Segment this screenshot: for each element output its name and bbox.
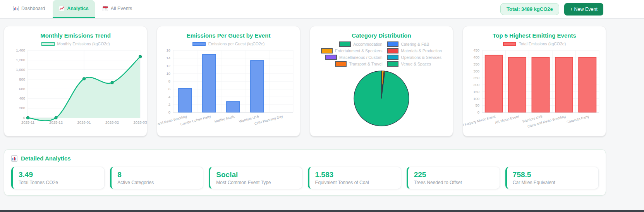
svg-text:300: 300: [473, 69, 479, 73]
tab-label: Analytics: [67, 6, 89, 11]
category-distribution-pie-chart[interactable]: [315, 69, 448, 128]
pie-legend: AccommodationCatering & F&BEntertainment…: [315, 41, 448, 67]
bar-chart-legend[interactable]: Total Emissions (kgCO2e): [468, 41, 601, 46]
legend-swatch-icon: [321, 48, 333, 53]
legend-label: Total Emissions (kgCO2e): [519, 41, 566, 46]
tab-dashboard[interactable]: Dashboard: [7, 0, 51, 18]
svg-text:0: 0: [168, 110, 170, 114]
pie-legend-item[interactable]: Transport & Travel: [335, 61, 382, 67]
svg-text:2026-03: 2026-03: [134, 120, 147, 124]
card-category-distribution: Category Distribution AccommodationCater…: [310, 26, 453, 136]
svg-text:350: 350: [473, 62, 479, 66]
line-chart-legend[interactable]: Monthly Emissions (kgCO2e): [9, 41, 142, 46]
pie-legend-item[interactable]: Catering & F&B: [387, 41, 442, 47]
stat-card: 1.583Equivalent Tonnes of Coal: [308, 167, 401, 189]
stat-card: 3.49Total Tonnes CO2e: [11, 167, 105, 189]
svg-text:600: 600: [19, 87, 25, 91]
pie-legend-label: Entertainment & Speakers: [335, 48, 383, 53]
stat-card: 8Active Categories: [110, 167, 203, 189]
legend-swatch-icon: [387, 55, 398, 60]
legend-swatch-icon: [192, 42, 206, 46]
pie-legend-item[interactable]: Entertainment & Speakers: [321, 48, 383, 53]
pie-legend-label: Transport & Travel: [349, 62, 382, 66]
svg-text:6: 6: [168, 87, 170, 91]
svg-text:2026-01: 2026-01: [77, 120, 91, 124]
pie-legend-item[interactable]: Accommodation: [339, 41, 382, 47]
monthly-emissions-line-chart[interactable]: 02004006008001,0001,2001,4002025-112025-…: [9, 47, 142, 128]
nav-tabs: Dashboard Analytics: [7, 0, 138, 18]
svg-text:400: 400: [473, 55, 479, 59]
calendar-icon: [103, 6, 108, 11]
pie-legend-item[interactable]: Operations & Services: [387, 55, 442, 60]
stat-label: Car Miles Equivalent: [513, 180, 592, 185]
chart-title: Emissions Per Guest by Event: [162, 32, 295, 39]
legend-label: Monthly Emissions (kgCO2e): [57, 41, 110, 46]
svg-text:4: 4: [168, 95, 170, 99]
pie-legend-item[interactable]: Venue & Spaces: [387, 61, 442, 67]
svg-text:200: 200: [473, 83, 479, 87]
stat-card: SocialMost Common Event Type: [209, 167, 302, 189]
svg-text:1,000: 1,000: [16, 67, 25, 72]
stat-value: 8: [117, 170, 197, 179]
svg-text:400: 400: [19, 96, 25, 100]
bar-chart-icon: [11, 155, 17, 162]
stat-value: 758.5: [513, 170, 592, 179]
legend-swatch-icon: [387, 48, 398, 53]
new-event-button[interactable]: + New Event: [564, 3, 603, 16]
svg-text:1,200: 1,200: [16, 58, 25, 62]
card-top-emitting-events: Top 5 Highest Emitting Events Total Emis…: [463, 26, 606, 136]
stats-row: 3.49Total Tonnes CO2e8Active CategoriesS…: [11, 167, 599, 189]
svg-text:Saracuta Party: Saracuta Party: [566, 114, 590, 124]
legend-swatch-icon: [325, 55, 337, 60]
tab-label: All Events: [111, 6, 132, 11]
svg-text:200: 200: [19, 106, 25, 110]
legend-swatch-icon: [503, 42, 516, 46]
top-navbar: Dashboard Analytics: [0, 0, 644, 19]
svg-text:0: 0: [477, 110, 479, 114]
stat-label: Total Tonnes CO2e: [19, 180, 98, 185]
legend-swatch-icon: [41, 42, 55, 46]
top-events-bar-chart[interactable]: 050100150200250300350400450Paul Fogarty …: [468, 47, 601, 129]
svg-text:14: 14: [166, 56, 170, 60]
legend-swatch-icon: [387, 41, 398, 47]
charts-row: Monthly Emissions Trend Monthly Emission…: [4, 26, 644, 136]
pie-legend-label: Operations & Services: [401, 55, 441, 60]
pie-legend-item[interactable]: Materials & Production: [387, 48, 442, 53]
pie-legend-label: Materials & Production: [401, 48, 442, 53]
stat-value: 1.583: [315, 170, 395, 179]
svg-text:50: 50: [475, 103, 479, 107]
svg-text:Paul Fogarty Music Event: Paul Fogarty Music Event: [463, 114, 496, 128]
stat-value: 3.49: [19, 170, 98, 179]
bar-chart-icon: [13, 6, 19, 11]
pie-legend-label: Miscellaneous / Custom: [339, 55, 382, 60]
svg-text:100: 100: [473, 97, 479, 101]
svg-text:8: 8: [168, 79, 170, 83]
svg-text:16: 16: [166, 48, 170, 52]
svg-text:0: 0: [23, 115, 25, 120]
legend-swatch-icon: [335, 61, 347, 67]
pie-legend-label: Catering & F&B: [401, 42, 429, 47]
stat-label: Most Common Event Type: [216, 180, 296, 185]
stat-card: 758.5Car Miles Equivalent: [505, 167, 599, 189]
line-chart-icon: [59, 6, 64, 11]
pie-legend-label: Venue & Spaces: [401, 62, 431, 66]
legend-label: Emissions per Guest (kgCO2e): [208, 41, 264, 46]
chart-title: Monthly Emissions Trend: [9, 32, 142, 39]
svg-text:10: 10: [166, 71, 170, 76]
stat-label: Active Categories: [117, 180, 197, 185]
legend-swatch-icon: [387, 61, 398, 67]
pie-legend-item[interactable]: Miscellaneous / Custom: [325, 55, 382, 60]
chart-title: Top 5 Highest Emitting Events: [468, 32, 601, 39]
emissions-per-guest-bar-chart[interactable]: 0246810121416Ciara and Kevin WeddingCole…: [162, 47, 295, 129]
pie-legend-label: Accommodation: [353, 42, 382, 47]
legend-swatch-icon: [339, 41, 351, 47]
bottom-bar: [0, 210, 644, 212]
svg-text:800: 800: [19, 77, 25, 81]
tab-all-events[interactable]: All Events: [96, 0, 139, 18]
stat-label: Trees Needed to Offset: [414, 180, 494, 185]
svg-text:1,400: 1,400: [16, 48, 25, 52]
tab-analytics[interactable]: Analytics: [53, 0, 95, 18]
svg-text:Ciara and Kevin Wedding: Ciara and Kevin Wedding: [157, 114, 187, 128]
bar-chart-legend[interactable]: Emissions per Guest (kgCO2e): [162, 41, 295, 46]
svg-text:2025-12: 2025-12: [49, 120, 63, 124]
